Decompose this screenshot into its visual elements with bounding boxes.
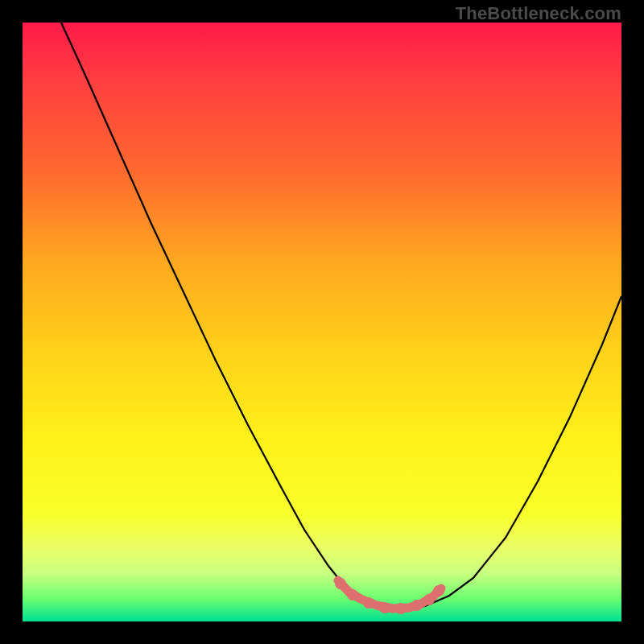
highlight-dot (379, 602, 390, 613)
highlight-dot (423, 594, 435, 605)
highlight-dot (335, 578, 346, 589)
highlight-dot (411, 600, 423, 611)
highlight-dot (395, 603, 407, 614)
bottleneck-chart (23, 23, 621, 621)
highlight-dot (347, 589, 358, 601)
watermark-text: TheBottleneck.com (456, 3, 621, 24)
highlight-dot (363, 597, 374, 609)
highlight-dots (335, 578, 444, 614)
bottleneck-curve (61, 23, 621, 609)
highlight-dot (433, 585, 444, 597)
